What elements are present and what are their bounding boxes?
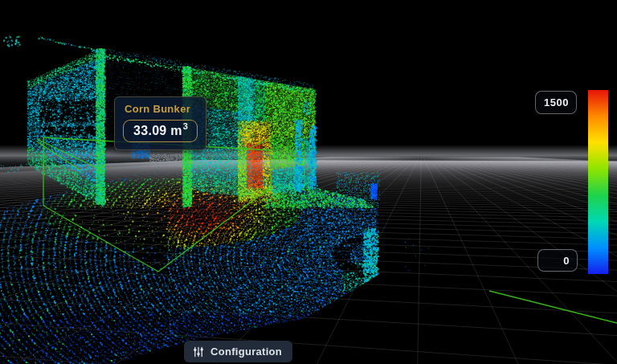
configuration-label: Configuration	[210, 346, 282, 358]
legend-min-label: 0	[563, 255, 570, 267]
volume-value: 33.09	[133, 124, 167, 137]
point-cloud-viewport[interactable]	[0, 0, 617, 364]
legend-max-field[interactable]: 1500	[535, 91, 577, 114]
tooltip-title: Corn Bunker	[125, 103, 198, 115]
configuration-button[interactable]: Configuration	[184, 341, 292, 362]
volume-unit-exponent: 3	[183, 121, 188, 131]
legend-min-field[interactable]: 0	[537, 249, 578, 272]
height-colorbar	[588, 90, 608, 274]
measurement-tooltip[interactable]: Corn Bunker 33.09 m3	[114, 96, 206, 150]
viewer-stage: Corn Bunker 33.09 m3 1500 0	[0, 0, 617, 364]
volume-value-box: 33.09 m3	[123, 120, 198, 142]
sliders-icon	[193, 346, 204, 358]
legend-max-label: 1500	[544, 96, 569, 108]
volume-unit: m	[170, 124, 182, 137]
